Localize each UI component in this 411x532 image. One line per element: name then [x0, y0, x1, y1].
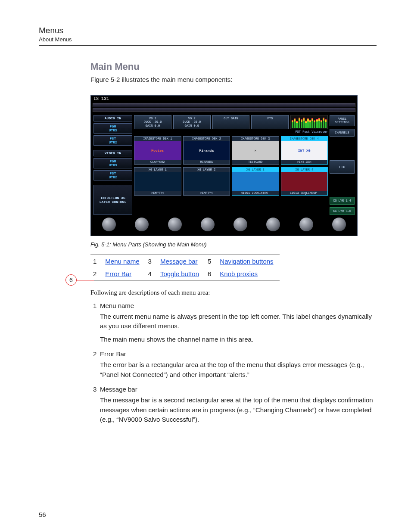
- xg-foot: >EMPTY<: [184, 191, 230, 195]
- knob-proxy[interactable]: [201, 218, 215, 231]
- screenshot: IS 131 AUDIO IN PGMUTR3 PSTUTR2 VIDEO IN…: [90, 95, 358, 236]
- legend-link-message-bar[interactable]: Message bar: [160, 258, 198, 265]
- vo2-box[interactable]: VO 2DUCK -20.0GAIN 0.0: [173, 115, 211, 129]
- desc-2-p1: The error bar is a rectangular area at t…: [100, 360, 377, 380]
- xg-cell[interactable]: XG LAYER 2>EMPTY<: [183, 167, 230, 196]
- legend-num: 3: [146, 255, 158, 268]
- xg-title: XG LAYER 2: [184, 168, 230, 172]
- legend-num: 5: [205, 255, 217, 268]
- t: UTR2: [109, 140, 117, 144]
- side-labels: AUDIO IN PGMUTR3 PSTUTR2 VIDEO IN PGMUTR…: [93, 115, 132, 215]
- dsk-cell[interactable]: IMAGESTORE DSK 3✕TESTCARD: [232, 136, 279, 165]
- callout-6: 6: [65, 274, 77, 286]
- t: GAIN 0.0: [146, 124, 160, 128]
- xg-foot: 41001_LOGOINTRO_: [232, 191, 279, 195]
- outgain-box[interactable]: OUT GAIN: [212, 115, 250, 129]
- knob-proxy[interactable]: [299, 218, 313, 231]
- figure-wrap: 1 2 3 4 5 6 IS 131 AUDIO IN PGMUTR3 PSTU…: [90, 95, 377, 236]
- audio-pst[interactable]: PSTUTR2: [93, 135, 132, 146]
- t: VO 2: [188, 117, 196, 120]
- mid-column: VO 1DUCK -20.0GAIN 0.0 VO 2DUCK -20.0GAI…: [134, 115, 328, 215]
- legend-link-toggle-button[interactable]: Toggle button: [160, 270, 199, 277]
- dsk-title: IMAGESTORE DSK 3: [232, 137, 279, 141]
- knob-proxy[interactable]: [102, 218, 116, 231]
- dsk-thumb: INT-XG: [281, 141, 328, 160]
- t: DUCK -20.0: [143, 120, 162, 124]
- channels-button[interactable]: CHANNELS: [330, 129, 355, 137]
- knob-proxy[interactable]: [266, 218, 280, 231]
- desc-1-p1: The current menu name is always present …: [100, 312, 377, 331]
- t: PGM: [110, 159, 116, 163]
- dsk-cell[interactable]: IMAGESTORE DSK 1MoviesCLAPPER2: [134, 136, 181, 165]
- body-intro: Following are descriptions of each menu …: [90, 288, 377, 298]
- legend-num: 4: [146, 268, 158, 280]
- vo1-box[interactable]: VO 1DUCK -20.0GAIN 0.0: [134, 115, 171, 129]
- xg-lyr-1-4-button[interactable]: XG LYR 1–4: [330, 197, 355, 205]
- t: Menu name: [100, 302, 134, 309]
- legend-num: 6: [205, 268, 217, 280]
- xg-cell[interactable]: XG LAYER 411013_SEQLINEUP_: [281, 167, 328, 196]
- audio-row: VO 1DUCK -20.0GAIN 0.0 VO 2DUCK -20.0GAI…: [134, 115, 328, 129]
- desc-3-head: 3Message bar: [93, 386, 377, 393]
- menu-name-label: IS 131: [91, 96, 357, 103]
- dsk-title: IMAGESTORE DSK 1: [134, 137, 181, 141]
- t: UTR3: [109, 163, 117, 167]
- knob-proxy[interactable]: [234, 218, 247, 231]
- knob-row: [91, 215, 357, 236]
- error-bar: [93, 103, 355, 107]
- intro-text: Figure 5-2 illustrates the main menu com…: [90, 76, 377, 83]
- fts-toggle[interactable]: FTS: [251, 115, 289, 129]
- xg-title: XG LAYER 3: [232, 168, 279, 172]
- legend-link-navigation-buttons[interactable]: Navigation buttons: [220, 258, 273, 265]
- knob-proxy[interactable]: [168, 218, 182, 231]
- t: PGM: [110, 124, 116, 128]
- section-heading: Main Menu: [90, 61, 377, 72]
- xg-lyr-5-8-button[interactable]: XG LYR 5–8: [330, 207, 355, 215]
- page-title: Menus: [39, 26, 377, 35]
- t: PST: [110, 171, 116, 175]
- xg-thumb: [232, 172, 279, 191]
- t: VO 1: [149, 117, 156, 120]
- xg-cell[interactable]: XG LAYER 1>EMPTY<: [134, 167, 181, 196]
- page-subtitle: About Menus: [39, 36, 377, 43]
- n: 2: [93, 350, 100, 358]
- xg-row: XG LAYER 1>EMPTY<XG LAYER 2>EMPTY<XG LAY…: [134, 167, 328, 196]
- callout-line: [77, 280, 94, 280]
- legend-link-error-bar[interactable]: Error Bar: [105, 270, 131, 277]
- t: Message bar: [100, 386, 137, 393]
- audio-pgm[interactable]: PGMUTR3: [93, 123, 132, 134]
- video-pgm[interactable]: PGMUTR3: [93, 158, 132, 168]
- desc-3-p1: The message bar is a second rectangular …: [100, 395, 377, 425]
- legend-link-menu-name[interactable]: Menu name: [105, 258, 139, 265]
- dsk-title: IMAGESTORE DSK 2: [184, 137, 230, 141]
- dsk-row: IMAGESTORE DSK 1MoviesCLAPPER2IMAGESTORE…: [134, 136, 328, 165]
- knob-proxy[interactable]: [135, 218, 149, 231]
- legend-table: 1 Menu name 3 Message bar 5 Navigation b…: [90, 255, 280, 280]
- xg-thumb: [184, 172, 230, 191]
- dsk-thumb: Miranda: [184, 141, 230, 160]
- video-pst[interactable]: PSTUTR2: [93, 170, 132, 180]
- dsk-cell[interactable]: IMAGESTORE DSK 4INT-XG>INT-XG<: [281, 136, 328, 165]
- n: 1: [93, 302, 100, 309]
- t: PST: [110, 137, 116, 140]
- video-in-label: VIDEO IN: [93, 150, 132, 156]
- xg-cell[interactable]: XG LAYER 341001_LOGOINTRO_: [232, 167, 279, 196]
- audio-meters: [290, 115, 328, 129]
- figure-caption: Fig. 5-1: Menu Parts (Showing the Main M…: [90, 241, 377, 248]
- dsk-foot: CLAPPER2: [134, 160, 181, 164]
- pst-post-label: PST Post Voiceover: [134, 130, 328, 134]
- dsk-foot: MIRANDA: [184, 160, 230, 164]
- dsk-cell[interactable]: IMAGESTORE DSK 2MirandaMIRANDA: [183, 136, 230, 165]
- panel-settings-button[interactable]: PANEL SETTINGS: [330, 115, 355, 126]
- legend-link-knob-proxies[interactable]: Knob proxies: [220, 270, 258, 277]
- ftb-button[interactable]: FTB: [330, 160, 355, 174]
- xg-title: XG LAYER 4: [281, 168, 328, 172]
- legend-num: 1: [90, 255, 103, 268]
- dsk-foot: >INT-XG<: [281, 160, 328, 164]
- t: Error Bar: [100, 350, 126, 358]
- t: DUCK -20.0: [183, 120, 201, 124]
- dsk-thumb: Movies: [134, 141, 181, 160]
- knob-proxy[interactable]: [332, 218, 346, 231]
- legend-num: 2: [90, 268, 103, 280]
- xg-thumb: [134, 172, 181, 191]
